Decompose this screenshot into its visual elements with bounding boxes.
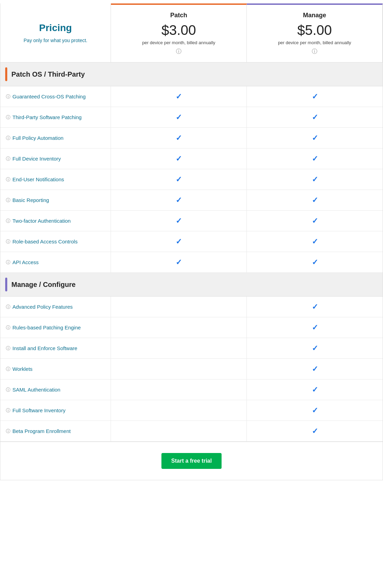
- help-circle-icon[interactable]: ⓘ: [6, 428, 10, 434]
- pricing-subtitle: Pay only for what you protect.: [24, 38, 87, 43]
- patch-check-cell: [111, 379, 247, 400]
- manage-help-icon[interactable]: ⓘ: [312, 48, 317, 55]
- patch-check-cell: [111, 297, 247, 317]
- sections-container: Patch OS / Third-Party ⓘ Guaranteed Cros…: [0, 62, 383, 442]
- check-icon: ✓: [176, 216, 182, 225]
- help-circle-icon[interactable]: ⓘ: [6, 325, 10, 331]
- section-title-patch-os: Patch OS / Third-Party: [11, 70, 85, 78]
- manage-plan-price: $5.00: [297, 22, 332, 38]
- patch-check-cell: ✓: [111, 211, 247, 231]
- patch-help-icon[interactable]: ⓘ: [176, 48, 181, 55]
- help-circle-icon[interactable]: ⓘ: [6, 218, 10, 224]
- feature-name: ⓘ Basic Reporting: [0, 190, 111, 210]
- help-circle-icon[interactable]: ⓘ: [6, 387, 10, 393]
- feature-name: ⓘ Role-based Access Controls: [0, 231, 111, 252]
- table-row: ⓘ Full Policy Automation ✓ ✓: [0, 128, 383, 148]
- check-icon: ✓: [176, 196, 182, 205]
- check-icon: ✓: [176, 92, 182, 101]
- check-icon: ✓: [312, 237, 318, 246]
- check-icon: ✓: [176, 237, 182, 246]
- help-circle-icon[interactable]: ⓘ: [6, 176, 10, 183]
- table-row: ⓘ API Access ✓ ✓: [0, 252, 383, 273]
- table-row: ⓘ Beta Program Enrollment ✓: [0, 421, 383, 442]
- patch-check-cell: [111, 421, 247, 441]
- check-icon: ✓: [176, 134, 182, 143]
- manage-check-cell: ✓: [247, 107, 383, 127]
- feature-name: ⓘ Advanced Policy Features: [0, 297, 111, 317]
- feature-name: ⓘ Full Software Inventory: [0, 400, 111, 421]
- pricing-title: Pricing: [39, 22, 72, 33]
- check-icon: ✓: [312, 406, 318, 415]
- check-icon: ✓: [176, 113, 182, 122]
- patch-check-cell: [111, 338, 247, 358]
- pricing-header: Pricing Pay only for what you protect. P…: [0, 3, 383, 62]
- manage-check-cell: ✓: [247, 252, 383, 272]
- section-label-manage-configure: Manage / Configure: [0, 273, 383, 296]
- check-icon: ✓: [176, 258, 182, 267]
- table-row: ⓘ Full Device Inventory ✓ ✓: [0, 148, 383, 169]
- check-icon: ✓: [312, 323, 318, 332]
- patch-check-cell: [111, 317, 247, 338]
- feature-name: ⓘ Beta Program Enrollment: [0, 421, 111, 441]
- patch-check-cell: ✓: [111, 148, 247, 169]
- pricing-table: Pricing Pay only for what you protect. P…: [0, 3, 383, 480]
- check-icon: ✓: [312, 92, 318, 101]
- help-circle-icon[interactable]: ⓘ: [6, 407, 10, 414]
- pricing-title-cell: Pricing Pay only for what you protect.: [0, 3, 111, 62]
- patch-check-cell: ✓: [111, 107, 247, 127]
- help-circle-icon[interactable]: ⓘ: [6, 304, 10, 310]
- table-row: ⓘ Basic Reporting ✓ ✓: [0, 190, 383, 211]
- patch-check-cell: [111, 400, 247, 421]
- table-row: ⓘ End-User Notifications ✓ ✓: [0, 169, 383, 190]
- check-icon: ✓: [312, 175, 318, 184]
- footer-row: Start a free trial: [0, 442, 383, 480]
- help-circle-icon[interactable]: ⓘ: [6, 197, 10, 203]
- patch-check-cell: ✓: [111, 252, 247, 272]
- help-circle-icon[interactable]: ⓘ: [6, 114, 10, 121]
- table-row: ⓘ Rules-based Patching Engine ✓: [0, 317, 383, 338]
- check-icon: ✓: [312, 302, 318, 311]
- section-header-manage-configure: Manage / Configure: [0, 273, 383, 297]
- table-row: ⓘ Install and Enforce Software ✓: [0, 338, 383, 359]
- feature-name: ⓘ Two-factor Authentication: [0, 211, 111, 231]
- check-icon: ✓: [176, 154, 182, 163]
- patch-check-cell: ✓: [111, 190, 247, 210]
- section-header-patch-os: Patch OS / Third-Party: [0, 62, 383, 86]
- table-row: ⓘ Two-factor Authentication ✓ ✓: [0, 211, 383, 231]
- patch-plan-header: Patch $3.00 per device per month, billed…: [111, 3, 247, 62]
- feature-name: ⓘ Guaranteed Cross-OS Patching: [0, 86, 111, 107]
- manage-check-cell: ✓: [247, 297, 383, 317]
- patch-check-cell: ✓: [111, 169, 247, 190]
- help-circle-icon[interactable]: ⓘ: [6, 135, 10, 141]
- table-row: ⓘ Third-Party Software Patching ✓ ✓: [0, 107, 383, 128]
- table-row: ⓘ Worklets ✓: [0, 359, 383, 379]
- patch-plan-billing: per device per month, billed annually: [142, 40, 215, 45]
- table-row: ⓘ Role-based Access Controls ✓ ✓: [0, 231, 383, 252]
- manage-check-cell: ✓: [247, 169, 383, 190]
- start-trial-button[interactable]: Start a free trial: [161, 453, 221, 469]
- section-accent-patch-os: [5, 67, 7, 81]
- help-circle-icon[interactable]: ⓘ: [6, 259, 10, 266]
- table-row: ⓘ SAML Authentication ✓: [0, 379, 383, 400]
- help-circle-icon[interactable]: ⓘ: [6, 156, 10, 162]
- check-icon: ✓: [312, 216, 318, 225]
- feature-name: ⓘ Full Policy Automation: [0, 128, 111, 148]
- help-circle-icon[interactable]: ⓘ: [6, 345, 10, 351]
- manage-check-cell: ✓: [247, 400, 383, 421]
- patch-check-cell: ✓: [111, 231, 247, 252]
- feature-name: ⓘ API Access: [0, 252, 111, 272]
- check-icon: ✓: [312, 258, 318, 267]
- manage-check-cell: ✓: [247, 338, 383, 358]
- patch-plan-price: $3.00: [161, 22, 196, 38]
- help-circle-icon[interactable]: ⓘ: [6, 239, 10, 245]
- manage-check-cell: ✓: [247, 211, 383, 231]
- help-circle-icon[interactable]: ⓘ: [6, 94, 10, 100]
- feature-name: ⓘ Worklets: [0, 359, 111, 379]
- check-icon: ✓: [312, 154, 318, 163]
- help-circle-icon[interactable]: ⓘ: [6, 366, 10, 372]
- patch-check-cell: ✓: [111, 86, 247, 107]
- table-row: ⓘ Guaranteed Cross-OS Patching ✓ ✓: [0, 86, 383, 107]
- manage-plan-name: Manage: [303, 12, 326, 19]
- feature-name: ⓘ Full Device Inventory: [0, 148, 111, 169]
- manage-check-cell: ✓: [247, 379, 383, 400]
